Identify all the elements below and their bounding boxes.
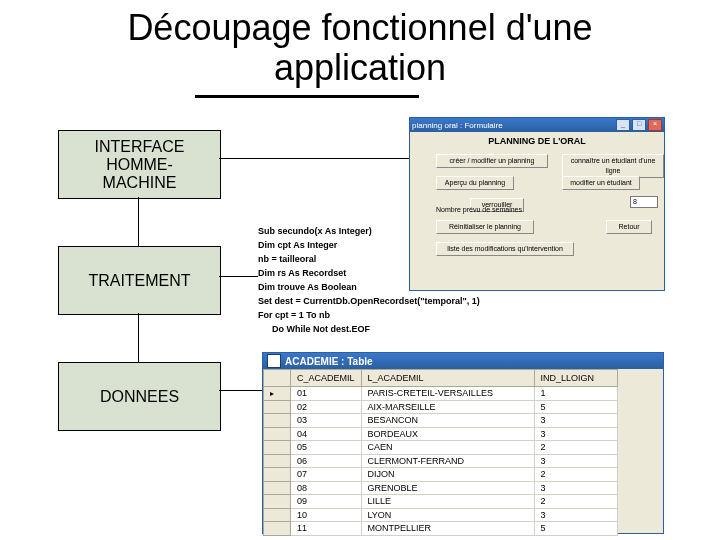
cell-l[interactable]: BESANCON [361, 414, 534, 428]
row-selector[interactable] [264, 522, 291, 536]
cell-l[interactable]: PARIS-CRETEIL-VERSAILLES [361, 387, 534, 401]
table-row[interactable]: 02AIX-MARSEILLE5 [264, 400, 618, 414]
pointer-don [219, 390, 262, 391]
cell-c[interactable]: 01 [291, 387, 362, 401]
btn-reinit[interactable]: Réinitialiser le planning [436, 220, 534, 234]
connector-ihm-trt [138, 197, 139, 246]
row-selector[interactable] [264, 441, 291, 455]
row-selector[interactable] [264, 387, 291, 401]
cell-i[interactable]: 3 [534, 427, 617, 441]
cell-i[interactable]: 3 [534, 414, 617, 428]
layer-ihm-label: INTERFACE HOMME- MACHINE [95, 138, 185, 192]
btn-connaitre-etudiant[interactable]: connaître un étudiant d'une ligne [562, 154, 664, 178]
cell-i[interactable]: 3 [534, 454, 617, 468]
connector-trt-don [138, 313, 139, 362]
cell-l[interactable]: LYON [361, 508, 534, 522]
table-body: 01PARIS-CRETEIL-VERSAILLES1 02AIX-MARSEI… [264, 387, 618, 536]
row-selector[interactable] [264, 481, 291, 495]
row-selector[interactable] [264, 468, 291, 482]
layer-trt-box: TRAITEMENT [58, 246, 221, 315]
table-header-row: C_ACADEMIL L_ACADEMIL IND_LLOIGN [264, 370, 618, 387]
code-l3: nb = tailleoral [258, 254, 316, 264]
row-selector[interactable] [264, 454, 291, 468]
cell-i[interactable]: 5 [534, 400, 617, 414]
cell-i[interactable]: 2 [534, 441, 617, 455]
cell-c[interactable]: 05 [291, 441, 362, 455]
row-selector[interactable] [264, 508, 291, 522]
btn-creer-planning[interactable]: créer / modifier un planning [436, 154, 548, 168]
cell-l[interactable]: MONTPELLIER [361, 522, 534, 536]
row-selector-header [264, 370, 291, 387]
table-row[interactable]: 09LILLE2 [264, 495, 618, 509]
col-c-academie[interactable]: C_ACADEMIL [291, 370, 362, 387]
cell-i[interactable]: 3 [534, 481, 617, 495]
lbl-nb-semaines: Nombre prévu de semaines [436, 206, 522, 213]
cell-i[interactable]: 5 [534, 522, 617, 536]
cell-l[interactable]: CLERMONT-FERRAND [361, 454, 534, 468]
btn-liste-modif[interactable]: liste des modifications qu'intervention [436, 242, 574, 256]
layer-trt-label: TRAITEMENT [88, 272, 190, 290]
form-titlebar: planning oral : Formulaire _ □ × [410, 118, 664, 132]
cell-c[interactable]: 02 [291, 400, 362, 414]
table-window: ACADEMIE : Table C_ACADEMIL L_ACADEMIL I… [262, 352, 664, 534]
layer-ihm-box: INTERFACE HOMME- MACHINE [58, 130, 221, 199]
cell-i[interactable]: 1 [534, 387, 617, 401]
cell-c[interactable]: 07 [291, 468, 362, 482]
table-row[interactable]: 10LYON3 [264, 508, 618, 522]
title-underline [195, 95, 419, 98]
code-l4: Dim rs As Recordset [258, 268, 346, 278]
cell-i[interactable]: 3 [534, 508, 617, 522]
cell-l[interactable]: DIJON [361, 468, 534, 482]
btn-apercu[interactable]: Aperçu du planning [436, 176, 514, 190]
code-l7: For cpt = 1 To nb [258, 310, 330, 320]
row-selector[interactable] [264, 414, 291, 428]
cell-i[interactable]: 2 [534, 468, 617, 482]
table-row[interactable]: 04BORDEAUX3 [264, 427, 618, 441]
btn-modifier-etudiant[interactable]: modifier un étudiant [562, 176, 640, 190]
cell-i[interactable]: 2 [534, 495, 617, 509]
form-window-title: planning oral : Formulaire [412, 121, 503, 130]
table-row[interactable]: 07DIJON2 [264, 468, 618, 482]
btn-retour[interactable]: Retour [606, 220, 652, 234]
pointer-ihm [219, 158, 409, 159]
cell-c[interactable]: 10 [291, 508, 362, 522]
code-l1: Sub secundo(x As Integer) [258, 226, 372, 236]
input-nb-semaines[interactable]: 8 [630, 196, 658, 208]
cell-l[interactable]: CAEN [361, 441, 534, 455]
cell-c[interactable]: 04 [291, 427, 362, 441]
table-row[interactable]: 08GRENOBLE3 [264, 481, 618, 495]
table-row[interactable]: 01PARIS-CRETEIL-VERSAILLES1 [264, 387, 618, 401]
table-window-title: ACADEMIE : Table [285, 356, 373, 367]
title-line1: Découpage fonctionnel d'une [127, 7, 592, 48]
table-row[interactable]: 05CAEN2 [264, 441, 618, 455]
table-row[interactable]: 11MONTPELLIER5 [264, 522, 618, 536]
col-l-academie[interactable]: L_ACADEMIL [361, 370, 534, 387]
maximize-icon[interactable]: □ [632, 119, 646, 131]
cell-l[interactable]: BORDEAUX [361, 427, 534, 441]
table-titlebar: ACADEMIE : Table [263, 353, 663, 369]
row-selector[interactable] [264, 495, 291, 509]
minimize-icon[interactable]: _ [616, 119, 630, 131]
pointer-trt [219, 276, 258, 277]
cell-l[interactable]: GRENOBLE [361, 481, 534, 495]
cell-l[interactable]: LILLE [361, 495, 534, 509]
form-heading: PLANNING DE L'ORAL [410, 136, 664, 146]
cell-l[interactable]: AIX-MARSEILLE [361, 400, 534, 414]
code-l8: Do While Not dest.EOF [258, 322, 480, 336]
row-selector[interactable] [264, 400, 291, 414]
title-line2: application [274, 47, 446, 88]
layer-don-label: DONNEES [100, 388, 179, 406]
cell-c[interactable]: 06 [291, 454, 362, 468]
cell-c[interactable]: 03 [291, 414, 362, 428]
cell-c[interactable]: 09 [291, 495, 362, 509]
table-row[interactable]: 03BESANCON3 [264, 414, 618, 428]
cell-c[interactable]: 08 [291, 481, 362, 495]
cell-c[interactable]: 11 [291, 522, 362, 536]
col-ind-eloign[interactable]: IND_LLOIGN [534, 370, 617, 387]
code-l5: Dim trouve As Boolean [258, 282, 357, 292]
close-icon[interactable]: × [648, 119, 662, 131]
table-row[interactable]: 06CLERMONT-FERRAND3 [264, 454, 618, 468]
row-selector[interactable] [264, 427, 291, 441]
layer-don-box: DONNEES [58, 362, 221, 431]
form-window: planning oral : Formulaire _ □ × PLANNIN… [409, 117, 665, 291]
